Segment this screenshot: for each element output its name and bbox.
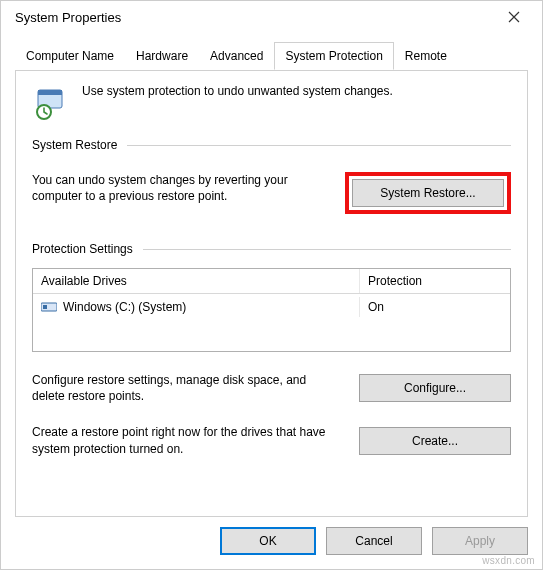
drive-cell: Windows (C:) (System) xyxy=(33,297,360,317)
close-button[interactable] xyxy=(494,3,534,31)
system-properties-window: System Properties Computer Name Hardware… xyxy=(0,0,543,570)
drive-icon xyxy=(41,301,57,313)
divider xyxy=(143,249,511,250)
cancel-button[interactable]: Cancel xyxy=(326,527,422,555)
system-restore-description: You can undo system changes by reverting… xyxy=(32,172,325,204)
drives-table[interactable]: Available Drives Protection Windows (C:)… xyxy=(32,268,511,352)
system-restore-row: You can undo system changes by reverting… xyxy=(32,172,511,214)
system-restore-button-highlight: System Restore... xyxy=(345,172,511,214)
content-area: Computer Name Hardware Advanced System P… xyxy=(1,33,542,517)
configure-row: Configure restore settings, manage disk … xyxy=(32,372,511,404)
system-restore-heading-row: System Restore xyxy=(32,138,511,152)
intro-row: Use system protection to undo unwanted s… xyxy=(32,84,511,120)
tab-advanced[interactable]: Advanced xyxy=(199,42,274,70)
close-icon xyxy=(508,11,520,23)
table-row[interactable]: Windows (C:) (System) On xyxy=(33,294,510,320)
ok-button[interactable]: OK xyxy=(220,527,316,555)
tab-remote[interactable]: Remote xyxy=(394,42,458,70)
tab-hardware[interactable]: Hardware xyxy=(125,42,199,70)
drives-table-header: Available Drives Protection xyxy=(33,269,510,294)
configure-button[interactable]: Configure... xyxy=(359,374,511,402)
dialog-button-bar: OK Cancel Apply xyxy=(1,517,542,569)
tab-bar: Computer Name Hardware Advanced System P… xyxy=(15,42,528,71)
divider xyxy=(127,145,511,146)
create-row: Create a restore point right now for the… xyxy=(32,424,511,456)
tab-system-protection[interactable]: System Protection xyxy=(274,42,393,70)
tab-computer-name[interactable]: Computer Name xyxy=(15,42,125,70)
tab-panel-system-protection: Use system protection to undo unwanted s… xyxy=(15,70,528,517)
protection-settings-heading-row: Protection Settings xyxy=(32,242,511,256)
configure-text: Configure restore settings, manage disk … xyxy=(32,372,341,404)
apply-button[interactable]: Apply xyxy=(432,527,528,555)
create-button[interactable]: Create... xyxy=(359,427,511,455)
window-title: System Properties xyxy=(9,10,494,25)
column-protection[interactable]: Protection xyxy=(360,269,510,293)
svg-rect-4 xyxy=(43,305,47,309)
svg-rect-1 xyxy=(38,90,62,95)
drive-protection-cell: On xyxy=(360,297,510,317)
drive-name: Windows (C:) (System) xyxy=(63,300,186,314)
system-restore-button[interactable]: System Restore... xyxy=(352,179,504,207)
system-restore-icon xyxy=(32,84,68,120)
column-available-drives[interactable]: Available Drives xyxy=(33,269,360,293)
titlebar: System Properties xyxy=(1,1,542,33)
intro-text: Use system protection to undo unwanted s… xyxy=(82,84,393,98)
system-restore-heading: System Restore xyxy=(32,138,117,152)
create-text: Create a restore point right now for the… xyxy=(32,424,341,456)
protection-settings-heading: Protection Settings xyxy=(32,242,133,256)
watermark: wsxdn.com xyxy=(482,555,535,566)
